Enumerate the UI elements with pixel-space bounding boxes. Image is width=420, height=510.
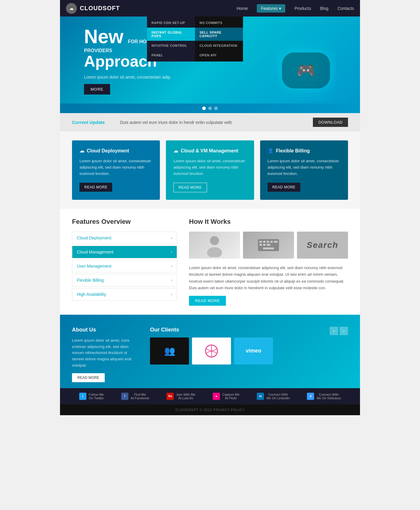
social-linkedin[interactable]: in Connect WithMe On LinkedIn [257, 393, 290, 400]
dropdown-right: NO COMMITS SELL SPARE CAPACITY CLOUD INT… [195, 16, 243, 62]
card-3-title: 👤 Flexible Billing [268, 148, 340, 154]
card-3-read-more[interactable]: READ MORE [268, 183, 300, 192]
footer-about-read-more[interactable]: READ MORE [72, 373, 105, 382]
twitter-label: Follow MeOn Twitter [89, 393, 104, 400]
social-twitter[interactable]: t Follow MeOn Twitter [79, 393, 104, 400]
card-cloud-vm: ☁ Cloud & VM Management Lorem ipsum dolo… [166, 140, 254, 200]
clients-prev-button[interactable]: ‹ [330, 327, 338, 335]
brand-name: CLOUDSOFT [80, 5, 120, 12]
footer-clients-heading: Our Clients [150, 327, 348, 333]
current-update-label: Current Update [72, 120, 114, 125]
how-heading: How It Works [189, 218, 348, 226]
nav-home[interactable]: Home [237, 6, 248, 11]
how-it-works: How It Works [189, 218, 348, 305]
facebook-icon: f [121, 393, 128, 400]
dropdown-item-cloud-integration[interactable]: CLOUD INTEGRATION [195, 41, 243, 50]
social-flickr[interactable]: ● Capture MeAt Flickr [213, 393, 239, 400]
social-delicious[interactable]: d Connect WithMe On Delicious [307, 393, 341, 400]
logo[interactable]: ☁ CLOUDSOFT [66, 3, 120, 14]
features-overview: Features Overview Cloud Deployment › Clo… [72, 218, 177, 305]
client-logo-dribbble [192, 338, 231, 364]
how-read-more-button[interactable]: READ MORE [189, 296, 226, 306]
client-nav-buttons: ‹ › [330, 327, 348, 335]
dropdown-item-intuitive[interactable]: INTUITIVE CONTROL [147, 41, 195, 50]
svg-rect-6 [270, 241, 273, 243]
footer-blue: About Us Lorem ipsum dolor sit amet, con… [60, 315, 360, 388]
card-1-title: ☁ Cloud Deployment [80, 148, 152, 154]
features-how-section: Features Overview Cloud Deployment › Clo… [60, 209, 360, 314]
team-icon: 👥 [164, 346, 175, 356]
clients-next-button[interactable]: › [340, 327, 348, 335]
social-facebook[interactable]: f Find MeAt Facebook [121, 393, 149, 400]
footer-about-text: Lorem ipsum dolor sit amet, cons ectetue… [72, 338, 138, 369]
dot-1[interactable] [202, 106, 206, 110]
gamepad-icon: 🎮 [282, 52, 330, 88]
feature-user-management[interactable]: User Management › [72, 260, 177, 272]
nav-blog[interactable]: Blog [320, 6, 328, 11]
footer-section: About Us Lorem ipsum dolor sit amet, con… [60, 315, 360, 388]
hero-new: New [84, 26, 124, 47]
dropdown-item-open-api[interactable]: OPEN API [195, 50, 243, 60]
how-image-search: Search [297, 232, 348, 259]
card-1-read-more[interactable]: READ MORE [80, 183, 112, 192]
hero-image: 🎮 [276, 40, 336, 100]
how-description: Lorem ipsum dolor sit amet, consectetuer… [189, 265, 348, 291]
vimeo-label: vimeo [246, 348, 261, 354]
nav-features[interactable]: Features ▾ [257, 4, 285, 13]
features-dropdown: RAPID CDN SET-UP INSTANT GLOBAL POPS INT… [147, 16, 243, 62]
twitter-icon: t [79, 393, 86, 400]
footer-about-heading: About Us [72, 327, 138, 333]
dot-3[interactable] [214, 106, 218, 110]
lastfm-icon: fm [166, 393, 174, 400]
copyright-text: CLOUDSOFT © 2012 PRIVACY POLICY [175, 408, 244, 412]
cloud-icon-2: ☁ [173, 148, 178, 154]
hero-cta-button[interactable]: MORE [84, 84, 110, 94]
card-2-text: Lorem ipsum dolor sit amet, consectetuer… [173, 158, 246, 177]
card-1-text: Lorem ipsum dolor sit amet, consectetuer… [80, 158, 152, 177]
footer-about: About Us Lorem ipsum dolor sit amet, con… [72, 327, 138, 382]
feature-flexible-billing[interactable]: Flexible Billing › [72, 274, 177, 286]
linkedin-label: Connect WithMe On LinkedIn [266, 393, 290, 400]
dropdown-item-no-commits[interactable]: NO COMMITS [195, 18, 243, 28]
lastfm-label: Jam With MeAt Last.fm [176, 393, 195, 400]
hero-dots [60, 104, 360, 113]
navbar: ☁ CLOUDSOFT Home Features ▾ Products Blo… [60, 0, 360, 16]
delicious-icon: d [307, 393, 314, 400]
svg-rect-10 [267, 244, 270, 246]
delicious-label: Connect WithMe On Delicious [316, 393, 341, 400]
nav-links: Home Features ▾ Products Blog Contacts [237, 4, 354, 13]
feature-cloud-deployment[interactable]: Cloud Deployment › [72, 232, 177, 244]
user-icon: 👤 [268, 148, 274, 154]
nav-products[interactable]: Products [294, 6, 311, 11]
dropdown-item-sell-spare[interactable]: SELL SPARE CAPACITY [195, 28, 243, 41]
dropdown-item-rapid-cdn[interactable]: RAPID CDN SET-UP [147, 18, 195, 28]
svg-point-1 [207, 247, 222, 257]
current-update-text: Duis autem vel eum iriure dolor in hendr… [120, 120, 307, 125]
facebook-label: Find MeAt Facebook [131, 393, 149, 400]
feature-high-availability[interactable]: High Availability › [72, 288, 177, 301]
social-lastfm[interactable]: fm Jam With MeAt Last.fm [166, 393, 195, 400]
download-button[interactable]: DOWNLOAD [313, 118, 348, 127]
feature-arrow-4: › [171, 278, 172, 282]
how-image-keyboard [243, 232, 294, 259]
nav-contacts[interactable]: Contacts [338, 6, 354, 11]
card-flexible-billing: 👤 Flexible Billing Lorem ipsum dolor sit… [260, 140, 348, 200]
card-2-read-more[interactable]: READ MORE [173, 183, 207, 192]
flickr-label: Capture MeAt Flickr [222, 393, 239, 400]
cards-section: ☁ Cloud Deployment Lorem ipsum dolor sit… [60, 131, 360, 209]
flickr-icon: ● [213, 393, 220, 400]
svg-rect-3 [260, 241, 262, 243]
footer-clients: Our Clients 👥 vimeo [150, 327, 348, 382]
how-images: Search [189, 232, 348, 259]
dropdown-left: RAPID CDN SET-UP INSTANT GLOBAL POPS INT… [147, 16, 195, 62]
card-3-text: Lorem ipsum dolor sit amet, consectetuer… [268, 158, 340, 177]
feature-cloud-management[interactable]: Cloud Management › [72, 246, 177, 258]
dropdown-item-instant-global[interactable]: INSTANT GLOBAL POPS [147, 28, 195, 41]
client-logos: 👥 vimeo [150, 338, 348, 364]
dot-2[interactable] [208, 106, 212, 110]
svg-rect-9 [263, 244, 266, 246]
cards-wrapper: ☁ Cloud Deployment Lorem ipsum dolor sit… [60, 131, 360, 209]
svg-point-0 [210, 236, 219, 245]
dropdown-item-panel[interactable]: PANEL [147, 50, 195, 60]
client-logo-team: 👥 [150, 338, 189, 364]
